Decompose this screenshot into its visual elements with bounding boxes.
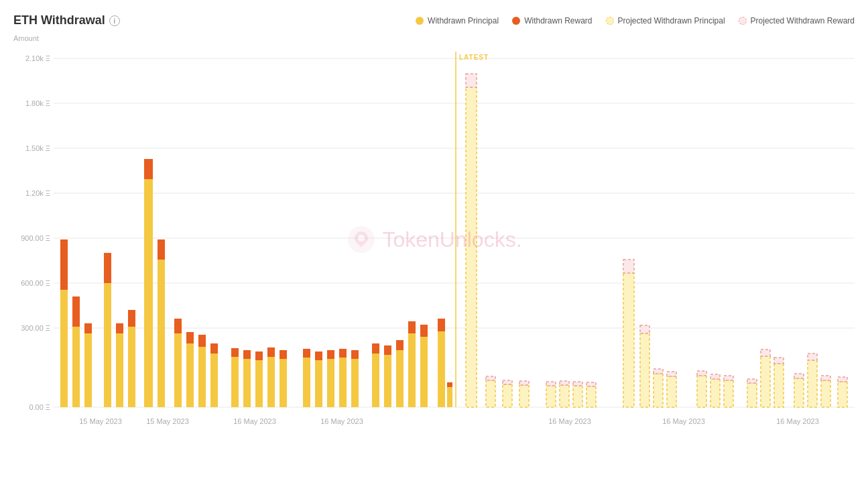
projected-bar-principal	[667, 376, 676, 407]
projected-bar-principal	[747, 383, 757, 407]
bar-principal	[174, 333, 182, 407]
x-label: 16 May 2023	[233, 417, 276, 425]
bar-reward	[438, 319, 445, 331]
bar-principal	[420, 337, 428, 407]
bar-reward	[396, 340, 404, 350]
legend-item-projected-reward: Projected Withdrawn Reward	[739, 16, 855, 25]
bar-reward	[174, 319, 182, 333]
chart-title: ETH Withdrawal i	[13, 13, 120, 28]
svg-text:0.00 Ξ: 0.00 Ξ	[29, 403, 50, 411]
projected-bar-principal	[573, 386, 582, 407]
projected-bar-principal	[560, 385, 569, 407]
bar-principal	[351, 359, 359, 407]
projected-bar-principal	[654, 374, 663, 407]
projected-bar-reward	[774, 358, 784, 364]
x-label: 15 May 2023	[79, 417, 122, 425]
projected-bar-reward	[519, 381, 529, 385]
bar-principal	[72, 327, 80, 407]
projected-bar-principal	[519, 385, 529, 407]
projected-bar-reward	[724, 376, 733, 380]
projected-bar-principal	[697, 376, 706, 407]
bar-principal	[315, 360, 322, 407]
bar-principal	[158, 260, 165, 407]
bar-principal	[396, 350, 404, 407]
svg-text:1.50k Ξ: 1.50k Ξ	[25, 144, 50, 152]
legend-label-projected-principal: Projected Withdrawn Principal	[618, 16, 725, 25]
bar-reward	[303, 349, 310, 358]
bar-principal	[280, 359, 287, 407]
bar-principal	[104, 283, 111, 407]
bar-reward	[128, 310, 135, 327]
chart-svg: 2.10k Ξ 1.80k Ξ 1.50k Ξ 1.20k Ξ 900.00 Ξ…	[13, 45, 855, 434]
bar-principal	[267, 357, 275, 407]
bar-reward	[372, 343, 379, 354]
bar-reward	[231, 348, 239, 357]
projected-bar-principal	[546, 386, 556, 407]
bar-principal	[438, 331, 445, 407]
bar-reward	[158, 239, 165, 260]
y-axis-label: Amount	[13, 34, 855, 42]
bar-reward	[315, 351, 322, 360]
bar-principal	[447, 387, 452, 407]
svg-text:1.20k Ξ: 1.20k Ξ	[25, 189, 50, 197]
projected-bar-principal	[466, 87, 477, 407]
projected-bar-reward	[546, 382, 556, 386]
bar-reward	[72, 296, 80, 327]
projected-bar-reward	[667, 372, 676, 376]
bar-principal	[210, 354, 218, 407]
bar-principal	[231, 357, 239, 407]
bar-principal	[198, 347, 206, 407]
bar-principal	[128, 327, 135, 407]
projected-bar-principal	[808, 360, 817, 407]
info-icon[interactable]: i	[109, 15, 120, 26]
svg-text:600.00 Ξ: 600.00 Ξ	[21, 279, 50, 287]
legend-label-projected-reward: Projected Withdrawn Reward	[751, 16, 855, 25]
projected-bar-principal	[724, 380, 733, 407]
projected-bar-principal	[710, 379, 720, 407]
legend-dot-withdrawn-principal	[416, 17, 424, 25]
projected-bar-principal	[503, 384, 512, 407]
projected-bar-principal	[640, 333, 649, 407]
projected-bar-reward	[838, 377, 847, 382]
projected-bar-principal	[838, 382, 847, 407]
bar-reward	[267, 347, 275, 357]
bar-principal	[116, 333, 123, 407]
projected-bar-principal	[794, 378, 804, 407]
projected-bar-reward	[503, 380, 512, 384]
projected-bar-reward	[586, 382, 596, 386]
svg-text:LATEST: LATEST	[459, 54, 489, 61]
projected-bar-reward	[573, 382, 582, 386]
projected-bar-reward	[794, 374, 804, 378]
projected-bar-reward	[654, 369, 663, 374]
bar-principal	[60, 290, 68, 407]
bar-principal	[408, 333, 416, 407]
bar-reward	[339, 349, 347, 358]
bar-reward	[327, 350, 334, 359]
bar-reward	[198, 335, 206, 347]
projected-bar-principal	[761, 356, 770, 407]
bar-principal	[186, 343, 194, 407]
bar-reward	[280, 350, 287, 359]
projected-bar-reward	[697, 371, 706, 376]
bar-reward	[144, 159, 153, 179]
bar-reward	[351, 350, 359, 359]
bar-reward	[84, 323, 92, 333]
x-label: 16 May 2023	[776, 417, 819, 425]
projected-bar-reward	[761, 349, 770, 356]
bar-reward	[116, 323, 123, 333]
projected-bar-reward	[486, 376, 495, 380]
chart-header: ETH Withdrawal i Withdrawn Principal Wit…	[13, 13, 855, 28]
projected-bar-reward	[560, 381, 569, 385]
chart-title-text: ETH Withdrawal	[13, 13, 105, 28]
bar-principal	[372, 354, 379, 407]
bar-principal	[84, 333, 92, 407]
bar-reward	[210, 343, 218, 354]
bar-principal	[144, 179, 153, 407]
projected-bar-reward	[623, 260, 634, 273]
bar-reward	[384, 345, 391, 355]
projected-bar-reward	[640, 325, 649, 333]
svg-text:300.00 Ξ: 300.00 Ξ	[21, 324, 50, 332]
legend-dot-projected-principal	[606, 17, 614, 25]
bar-reward	[408, 321, 416, 333]
projected-bar-principal	[486, 380, 495, 407]
